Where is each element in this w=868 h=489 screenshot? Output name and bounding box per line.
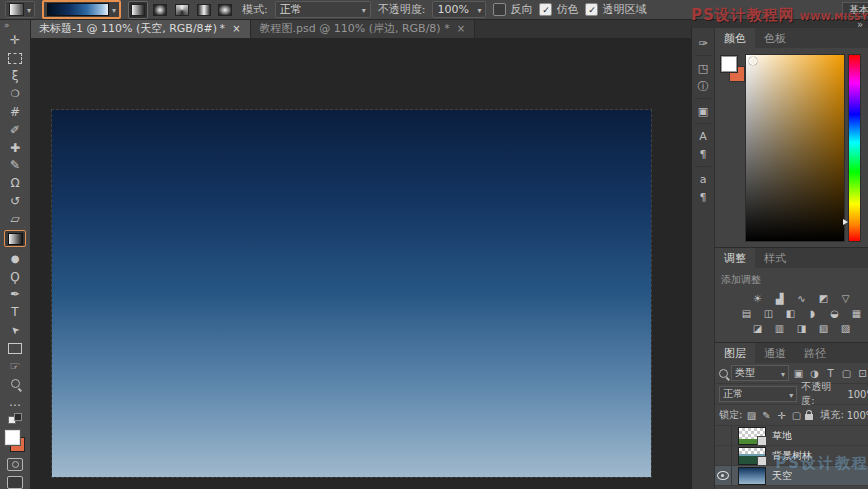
character-panel-icon[interactable]: A bbox=[692, 127, 714, 145]
workspace-button[interactable]: 基本功能 bbox=[842, 2, 868, 17]
type-tool[interactable]: T bbox=[5, 306, 25, 319]
brightness-contrast-icon[interactable]: ☀ bbox=[749, 292, 766, 305]
tab-styles[interactable]: 样式 bbox=[755, 248, 795, 268]
layer-thumbnail[interactable] bbox=[738, 447, 766, 465]
history-brush-tool[interactable]: ↺ bbox=[5, 195, 25, 208]
channel-mixer-icon[interactable]: ◒ bbox=[826, 307, 843, 320]
tab-adjustments[interactable]: 调整 bbox=[715, 248, 755, 268]
layer-name[interactable]: 背景树林 bbox=[772, 449, 812, 463]
layer-thumbnail[interactable] bbox=[738, 427, 766, 445]
visibility-toggle[interactable] bbox=[715, 446, 732, 465]
tab-layers[interactable]: 图层 bbox=[715, 343, 755, 363]
eraser-tool[interactable]: ▱ bbox=[5, 213, 25, 226]
layer-row-sky[interactable]: 天空 bbox=[715, 466, 868, 486]
rectangle-tool[interactable] bbox=[5, 342, 25, 355]
healing-brush-tool[interactable]: ✚ bbox=[5, 141, 25, 154]
blur-tool[interactable]: ● bbox=[5, 252, 25, 265]
dither-checkbox[interactable]: 仿色 bbox=[539, 2, 578, 17]
exposure-icon[interactable]: ◩ bbox=[815, 292, 832, 305]
quick-selection-tool[interactable]: ❍ bbox=[5, 88, 25, 101]
pen-tool[interactable]: ✒ bbox=[5, 288, 25, 301]
foreground-color-swatch[interactable] bbox=[5, 430, 20, 445]
linear-gradient-button[interactable] bbox=[128, 1, 148, 19]
layer-row-grass[interactable]: 草地 bbox=[715, 426, 868, 446]
invert-icon[interactable]: ◪ bbox=[749, 322, 766, 335]
saturation-brightness-field[interactable] bbox=[745, 54, 845, 242]
fill-value[interactable]: 100% bbox=[847, 410, 868, 421]
hue-slider-marker[interactable] bbox=[843, 219, 848, 225]
hand-tool[interactable]: ☞ bbox=[5, 359, 25, 372]
visibility-toggle[interactable] bbox=[715, 426, 732, 445]
quick-mask-button[interactable] bbox=[5, 458, 25, 471]
character-styles-panel-icon[interactable]: a bbox=[692, 170, 714, 188]
brush-tool[interactable]: ✎ bbox=[5, 159, 25, 172]
document-tab-untitled[interactable]: 未标题-1 @ 110% (天空, RGB/8#) * × bbox=[30, 19, 251, 38]
lock-image-pixels-icon[interactable]: ✎ bbox=[760, 410, 772, 421]
reflected-gradient-button[interactable] bbox=[194, 1, 214, 19]
curves-icon[interactable]: ∿ bbox=[793, 292, 810, 305]
blend-mode-select[interactable]: 正常 bbox=[275, 1, 371, 18]
adjustment-layer-filter-icon[interactable]: ◑ bbox=[808, 368, 821, 379]
clone-stamp-tool[interactable]: Ω bbox=[5, 177, 25, 190]
lasso-tool[interactable]: ξ bbox=[5, 70, 25, 83]
dock-collapse-button[interactable]: » bbox=[857, 19, 863, 30]
close-icon[interactable]: × bbox=[457, 23, 465, 34]
type-layer-filter-icon[interactable]: T bbox=[824, 368, 837, 379]
diamond-gradient-button[interactable] bbox=[216, 1, 235, 19]
paragraph-styles-panel-icon[interactable]: ¶ bbox=[692, 188, 714, 206]
visibility-toggle[interactable] bbox=[715, 466, 732, 485]
opacity-select[interactable]: 100% bbox=[432, 1, 486, 18]
edit-toolbar-button[interactable]: … bbox=[5, 395, 25, 408]
layer-opacity-value[interactable]: 100% bbox=[847, 389, 868, 400]
document-tab-tutorial[interactable]: 教程图.psd @ 110% (岸边, RGB/8) * × bbox=[251, 19, 476, 38]
radial-gradient-button[interactable] bbox=[150, 1, 170, 19]
move-tool[interactable]: ✛ bbox=[5, 34, 25, 47]
swap-colors-button[interactable] bbox=[8, 413, 22, 424]
reverse-checkbox[interactable]: 反向 bbox=[493, 2, 532, 17]
threshold-icon[interactable]: ◨ bbox=[793, 322, 810, 335]
color-field-cursor[interactable] bbox=[749, 57, 757, 65]
path-selection-tool[interactable]: ➤ bbox=[5, 324, 25, 337]
smart-object-filter-icon[interactable]: ⊡ bbox=[856, 368, 868, 379]
gradient-tool[interactable] bbox=[4, 230, 26, 247]
dodge-tool[interactable]: Ϙ bbox=[5, 270, 25, 283]
paragraph-panel-icon[interactable]: ¶ bbox=[692, 145, 714, 163]
rectangular-marquee-tool[interactable] bbox=[5, 52, 25, 65]
screen-mode-button[interactable] bbox=[5, 476, 25, 489]
lock-transparent-pixels-icon[interactable]: ▨ bbox=[745, 410, 757, 421]
filter-type-select[interactable]: 类型 bbox=[731, 365, 789, 381]
zoom-tool[interactable] bbox=[5, 377, 25, 390]
gradient-preview[interactable] bbox=[42, 0, 121, 19]
selective-color-icon[interactable]: ▨ bbox=[837, 322, 854, 335]
crop-tool[interactable]: # bbox=[5, 105, 25, 118]
canvas-sky-gradient[interactable] bbox=[52, 110, 651, 477]
shape-layer-filter-icon[interactable]: ▢ bbox=[840, 368, 853, 379]
info-panel-icon[interactable]: ⓘ bbox=[692, 77, 714, 95]
layer-thumbnail[interactable] bbox=[738, 467, 766, 485]
pixel-layer-filter-icon[interactable]: ▣ bbox=[792, 368, 805, 379]
hue-saturation-icon[interactable]: ▤ bbox=[738, 307, 755, 320]
lock-position-icon[interactable]: ✛ bbox=[775, 410, 787, 421]
close-icon[interactable]: × bbox=[232, 23, 240, 34]
tool-preset-picker[interactable] bbox=[5, 1, 35, 18]
hue-slider[interactable] bbox=[848, 54, 861, 242]
photo-filter-icon[interactable]: ◗ bbox=[804, 307, 821, 320]
levels-icon[interactable]: ▟ bbox=[771, 292, 788, 305]
layer-name[interactable]: 草地 bbox=[772, 429, 792, 443]
layer-row-forest[interactable]: 背景树林 bbox=[715, 446, 868, 466]
lock-all-icon[interactable] bbox=[805, 414, 813, 420]
color-lookup-icon[interactable]: ▦ bbox=[848, 307, 865, 320]
lock-artboard-icon[interactable]: ▢ bbox=[790, 410, 802, 421]
eyedropper-tool[interactable]: ✐ bbox=[5, 123, 25, 136]
foreground-color-swatch[interactable] bbox=[721, 56, 737, 72]
brush-presets-panel-icon[interactable]: ✑ bbox=[692, 34, 714, 52]
tab-color[interactable]: 颜色 bbox=[715, 28, 755, 48]
tab-channels[interactable]: 通道 bbox=[755, 343, 795, 363]
toolbar-collapse-button[interactable]: » bbox=[0, 21, 10, 29]
layer-comps-panel-icon[interactable]: ▣ bbox=[692, 102, 714, 120]
color-balance-icon[interactable]: ◫ bbox=[760, 307, 777, 320]
tab-swatches[interactable]: 色板 bbox=[755, 28, 795, 48]
vibrance-icon[interactable]: ▽ bbox=[837, 292, 854, 305]
angle-gradient-button[interactable] bbox=[172, 1, 192, 19]
black-white-icon[interactable]: ◧ bbox=[782, 307, 799, 320]
